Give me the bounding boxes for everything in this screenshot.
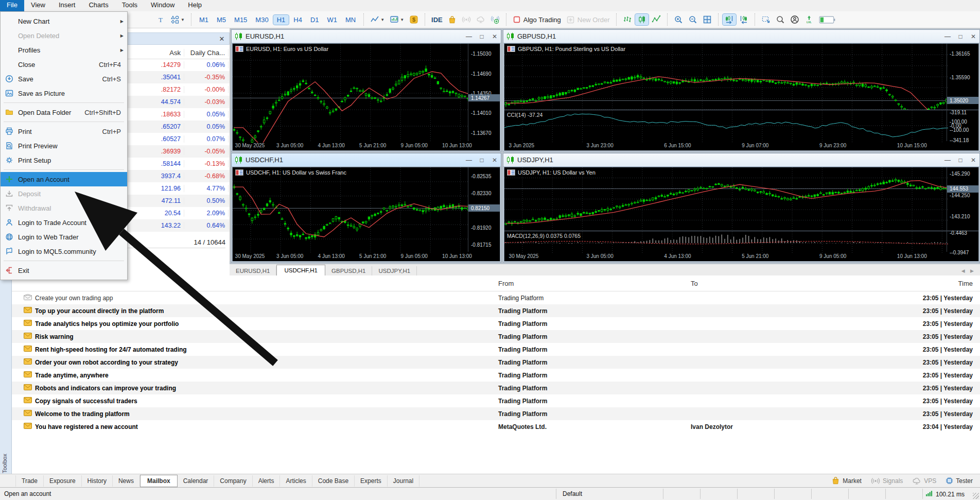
shift-left-button[interactable] (737, 14, 750, 25)
mail-row[interactable]: Create your own trading appTrading Platf… (11, 291, 980, 304)
battery-button[interactable] (817, 14, 837, 25)
chart-canvas[interactable]: CCI(14) -37.24GBPUSD, H1: Pound Sterling… (504, 43, 979, 151)
shift-right-button[interactable] (723, 14, 736, 25)
chart-title-bar[interactable]: USDCHF,H1—□✕ (232, 153, 501, 167)
chart-tab-eurusd[interactable]: EURUSD,H1 (230, 266, 276, 275)
indicator-separator[interactable] (504, 231, 978, 231)
chevron-down-icon[interactable]: ▼ (380, 18, 384, 22)
menu-item-charts[interactable]: Charts (82, 0, 115, 11)
minimize-icon[interactable]: — (466, 157, 472, 164)
mail-row[interactable]: Risk warningTrading Platform23:05 | Yest… (11, 330, 980, 343)
mail-row[interactable]: Order your own robot according to your s… (11, 356, 980, 369)
file-menu-item-login-to-trade-account[interactable]: Login to Trade Account (1, 215, 127, 230)
service-tester[interactable]: Tester (946, 477, 973, 485)
mail-row[interactable]: You have registered a new accountMetaQuo… (11, 420, 980, 433)
close-icon[interactable]: ✕ (218, 35, 226, 43)
active-profile[interactable]: Default (563, 490, 582, 497)
objects-chart-button[interactable] (759, 14, 773, 25)
file-menu-item-save-as-picture[interactable]: Save as Picture (1, 86, 127, 100)
tab-journal[interactable]: Journal (388, 475, 419, 487)
chart-title-bar[interactable]: GBPUSD,H1—□✕ (503, 30, 979, 43)
mail-row[interactable]: Top up your account directly in the plat… (11, 304, 980, 317)
time-axis[interactable]: 30 May 20253 Jun 05:004 Jun 13:005 Jun 2… (233, 252, 469, 261)
close-icon[interactable]: ✕ (970, 157, 976, 164)
file-menu-item-print[interactable]: PrintCtrl+P (1, 124, 127, 139)
menu-item-insert[interactable]: Insert (52, 0, 82, 11)
signals-button[interactable] (460, 14, 473, 25)
tab-trade[interactable]: Trade (15, 475, 44, 487)
chart-tab-gbpusd[interactable]: GBPUSD,H1 (325, 266, 372, 275)
mail-row[interactable]: Rent high-speed hosting for 24/7 automat… (11, 343, 980, 356)
search-button[interactable] (774, 14, 787, 25)
file-menu-item-open-an-account[interactable]: Open an Account (1, 172, 127, 186)
ohlc-icon[interactable] (507, 46, 515, 52)
menu-item-view[interactable]: View (24, 0, 52, 11)
file-menu-item-open-data-folder[interactable]: Open Data FolderCtrl+Shift+D (1, 105, 127, 119)
daily-change-column-header[interactable]: Daily Cha... (184, 49, 229, 57)
minimize-icon[interactable]: — (944, 33, 951, 40)
price-scale[interactable]: -0.82535-0.82330-0.81920-0.817150.82150 (468, 167, 500, 252)
market-bag-button[interactable] (446, 14, 459, 25)
time-axis[interactable]: 30 May 20253 Jun 05:004 Jun 13:005 Jun 2… (233, 141, 469, 150)
service-market[interactable]: Market (831, 476, 862, 485)
file-menu-item-save[interactable]: SaveCtrl+S (1, 72, 127, 86)
timeframe-m30[interactable]: M30 (252, 15, 272, 25)
timeframe-d1[interactable]: D1 (307, 15, 323, 25)
minimize-icon[interactable]: — (466, 33, 472, 40)
account-button[interactable] (788, 14, 801, 25)
chart-canvas[interactable]: MACD(12,26,9) 0.0375 0.0765USDJPY, H1: U… (504, 167, 979, 262)
time-axis[interactable]: 30 May 20253 Jun 05:004 Jun 13:005 Jun 2… (504, 252, 948, 261)
chart-tab-usdjpy[interactable]: USDJPY,H1 (372, 266, 417, 275)
zoom-in-button[interactable] (672, 14, 685, 25)
tab-calendar[interactable]: Calendar (178, 475, 215, 487)
file-menu-item-login-to-mql5-community[interactable]: Login to MQL5.community (1, 244, 127, 258)
tab-scroll-arrows[interactable]: ◀ ▶ (961, 268, 980, 275)
minimize-icon[interactable]: — (944, 157, 951, 164)
maximize-icon[interactable]: □ (957, 33, 964, 40)
lvl-button[interactable]: LVL (802, 14, 816, 25)
chart-canvas[interactable]: USDCHF, H1: US Dollar vs Swiss Franc-0.8… (232, 167, 500, 262)
mail-row[interactable]: Robots and indicators can improve your t… (11, 382, 980, 394)
tab-exposure[interactable]: Exposure (44, 475, 82, 487)
to-column-header[interactable]: To (691, 280, 836, 287)
from-column-header[interactable]: From (498, 280, 691, 287)
mail-row[interactable]: Trade analytics helps you optimize your … (11, 317, 980, 330)
indicator-separator[interactable] (504, 110, 978, 110)
chart-canvas[interactable]: EURUSD, H1: Euro vs US Dollar-1.15030-1.… (232, 43, 500, 151)
connection-status[interactable]: 100.21 ms (925, 490, 965, 498)
timeframe-h1[interactable]: H1 (273, 15, 289, 25)
file-menu-item-withdrawal[interactable]: Withdrawal (1, 201, 127, 215)
bars-type-button[interactable] (621, 14, 634, 25)
chart-title-bar[interactable]: EURUSD,H1—□✕ (232, 30, 501, 43)
tab-experts[interactable]: Experts (355, 475, 388, 487)
chart-title-bar[interactable]: USDJPY,H1—□✕ (503, 153, 979, 167)
mail-row[interactable]: Welcome to the trading platformTrading P… (11, 407, 980, 420)
cloud-button[interactable] (474, 14, 487, 25)
file-menu-item-close[interactable]: CloseCtrl+F4 (1, 57, 127, 72)
file-menu-item-exit[interactable]: Exit (1, 263, 127, 278)
tab-company[interactable]: Company (214, 475, 252, 487)
algo-trading-button[interactable]: Algo Trading (511, 14, 563, 25)
resize-grip[interactable] (973, 493, 979, 499)
close-icon[interactable]: ✕ (492, 33, 498, 40)
timeframe-h4[interactable]: H4 (290, 15, 306, 25)
chevron-down-icon[interactable]: ▼ (400, 18, 404, 22)
menu-item-window[interactable]: Window (144, 0, 181, 11)
tab-articles[interactable]: Articles (280, 475, 312, 487)
ide-button[interactable]: IDE (429, 14, 445, 25)
menu-item-help[interactable]: Help (181, 0, 208, 11)
file-menu-item-print-setup[interactable]: Print Setup (1, 153, 127, 167)
timeframe-m15[interactable]: M15 (231, 15, 251, 25)
indicators-button[interactable]: ▼ (388, 14, 406, 25)
service-signals[interactable]: Signals (871, 476, 903, 486)
timeframe-m1[interactable]: M1 (196, 15, 212, 25)
chart-window-usdjpy[interactable]: USDJPY,H1—□✕ MACD(12,26,9) 0.0375 0.0765… (503, 153, 980, 263)
timeframe-w1[interactable]: W1 (324, 15, 341, 25)
menu-item-tools[interactable]: Tools (115, 0, 144, 11)
close-icon[interactable]: ✕ (970, 33, 976, 40)
timeframe-m5[interactable]: M5 (213, 15, 230, 25)
line-type-button[interactable] (650, 14, 663, 25)
file-menu-item-print-preview[interactable]: Print Preview (1, 139, 127, 153)
menu-item-file[interactable]: File (0, 0, 24, 11)
new-order-button[interactable]: New Order (564, 14, 612, 25)
